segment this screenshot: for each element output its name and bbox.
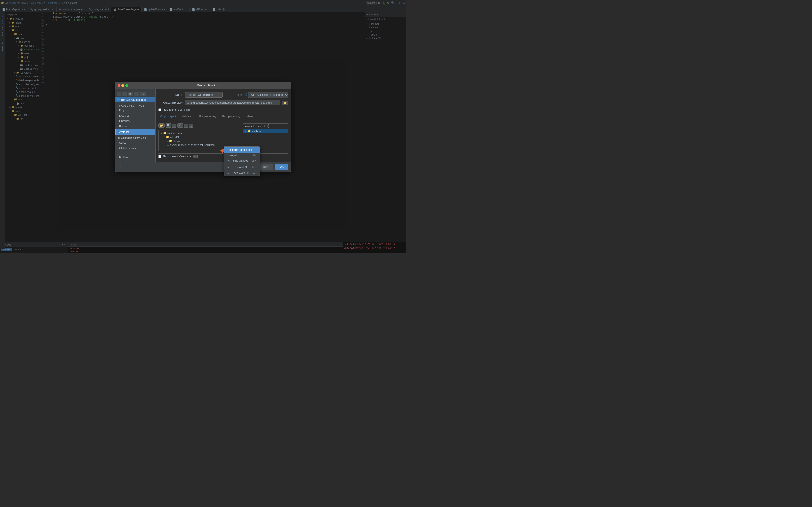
dialog-maximize-btn[interactable]: [125, 84, 128, 87]
help-icon[interactable]: ?: [267, 124, 270, 128]
dialog-nav-project[interactable]: Project: [115, 108, 155, 113]
navigate-label: Navigate: [227, 154, 238, 157]
dialog-nav-sdks[interactable]: SDKs: [115, 140, 155, 146]
output-root-label: <output root>: [167, 132, 182, 135]
name-label: Name:: [158, 93, 183, 97]
include-build-row: Include in project build: [158, 108, 289, 111]
context-find-usages[interactable]: 🔍 Find Usages ⌥F7: [224, 158, 260, 163]
output-layout-tabs: Output Layout Validation Pre-processing …: [158, 114, 289, 119]
artifact-add-btn[interactable]: 📁: [158, 123, 165, 128]
avail-item-ssmbuild[interactable]: ▶ 📁 ssmbuild: [243, 129, 288, 133]
find-usages-icon: 🔍: [227, 160, 230, 162]
classes-label: classes: [173, 139, 181, 143]
webinf-icon: 📁: [166, 135, 169, 138]
dialog-nav-add-btn[interactable]: +: [117, 92, 121, 96]
artifact-up-btn[interactable]: ↑: [184, 124, 188, 128]
dialog-footer: ? Cancel Apply OK: [115, 162, 291, 172]
avail-ssmbuild-label: ssmbuild: [252, 130, 261, 132]
output-tab-postprocessing[interactable]: Post-processing: [221, 114, 242, 119]
arrow-icon-3: ▶: [167, 140, 168, 142]
dialog-help-icon[interactable]: ?: [117, 164, 121, 167]
expand-all-icon: ⊞: [227, 166, 229, 169]
name-input[interactable]: [185, 92, 223, 98]
artifact-plus-btn[interactable]: +: [172, 124, 176, 128]
find-usages-shortcut: ⌥F7: [250, 159, 256, 162]
dialog-nav-modules[interactable]: Modules: [115, 113, 155, 118]
ok-button[interactable]: OK: [275, 164, 289, 170]
arrow-icon-2: ▼: [163, 136, 165, 138]
artifact-node-output-root[interactable]: ▼ 📁 <output root>: [159, 131, 240, 135]
dialog-section-platform-settings: Platform Settings: [115, 136, 155, 140]
type-select[interactable]: Web Application: Exploded: [248, 92, 289, 98]
dialog-overlay: Project Structure + − ⧉ ← → 🌐 ssmbuild:w…: [0, 0, 406, 253]
output-tab-validation[interactable]: Validation: [180, 114, 195, 119]
avail-folder-icon: 📁: [248, 129, 251, 132]
available-elements-label: Available Elements: [245, 125, 266, 127]
context-expand-all[interactable]: ⊞ Expand All ⌘+: [224, 165, 260, 170]
include-build-label: Include in project build: [163, 108, 190, 111]
dialog-nav-back-btn[interactable]: ←: [134, 92, 139, 96]
classes-icon: 📁: [169, 139, 172, 143]
include-build-checkbox[interactable]: [158, 108, 161, 111]
show-content-row: Show content of elements ···: [158, 154, 289, 159]
dialog-nav-facets[interactable]: Facets: [115, 124, 155, 129]
artifact-content-area: 📁 ☰ + ⚙ ↑ ↓ ▼ 📁 <output root>: [158, 123, 289, 151]
dialog-nav-toolbar: + − ⧉ ← →: [115, 91, 155, 97]
artifact-settings-btn[interactable]: ⚙: [177, 123, 183, 128]
project-structure-dialog: Project Structure + − ⧉ ← → 🌐 ssmbuild:w…: [115, 82, 291, 172]
artifact-toolbar: 📁 ☰ + ⚙ ↑ ↓: [158, 123, 241, 129]
output-dir-label: Output directory:: [158, 101, 183, 104]
dialog-nav-copy-btn[interactable]: ⧉: [128, 92, 133, 96]
collapse-all-label: Collapse All: [234, 171, 249, 174]
resource-icon: ⬡: [167, 143, 169, 146]
navigate-shortcut: ⌘↓: [252, 154, 256, 157]
show-content-checkbox[interactable]: [158, 155, 161, 158]
expand-all-shortcut: ⌘+: [252, 166, 256, 169]
output-dir-row: Output directory: 📁: [158, 100, 289, 106]
dialog-nav-problems[interactable]: Problems: [115, 155, 155, 160]
dialog-close-btn[interactable]: [117, 84, 120, 87]
type-label: Type:: [224, 93, 243, 97]
artifact-node-facet-resources[interactable]: ⬡ 'ssmbuild' module: 'Web' facet resourc…: [159, 143, 240, 147]
context-collapse-all[interactable]: ⊟ Collapse All ⌘-: [224, 170, 260, 175]
output-tab-maven[interactable]: Maven: [245, 114, 256, 119]
dialog-nav-remove-btn[interactable]: −: [122, 92, 126, 96]
type-select-container: 🌐 Web Application: Exploded: [245, 92, 289, 98]
dialog-section-project-settings: Project Settings: [115, 103, 155, 108]
show-content-label: Show content of elements: [163, 155, 192, 158]
context-put-into-output-root[interactable]: Put into Output Root: [224, 147, 260, 153]
dialog-artifact-item-selected[interactable]: 🌐 ssmbuild:war exploded: [115, 97, 155, 102]
artifact-node-classes[interactable]: ▶ 📁 classes: [159, 139, 240, 143]
artifact-node-webinf[interactable]: ▼ 📁 WEB-INF: [159, 135, 240, 139]
artifact-list-btn[interactable]: ☰: [166, 123, 171, 128]
avail-expand-icon: ▶: [245, 130, 247, 132]
context-navigate[interactable]: Navigate ⌘↓: [224, 153, 260, 158]
output-dir-input[interactable]: [185, 100, 280, 106]
available-elements-header: Available Elements ?: [243, 124, 288, 129]
dialog-titlebar: Project Structure: [115, 82, 291, 89]
collapse-all-icon: ⊟: [227, 172, 229, 174]
dialog-content: Name: Type: 🌐 Web Application: Exploded …: [156, 89, 291, 162]
webinf-label: WEB-INF: [170, 136, 180, 138]
show-content-dots-btn[interactable]: ···: [193, 155, 198, 158]
expand-all-label: Expand All: [235, 166, 248, 169]
dialog-nav: + − ⧉ ← → 🌐 ssmbuild:war exploded Projec…: [115, 89, 156, 162]
arrow-icon: ▼: [160, 132, 162, 134]
context-menu: Put into Output Root Navigate ⌘↓ 🔍 Find …: [223, 147, 260, 176]
artifact-down-btn[interactable]: ↓: [189, 124, 194, 128]
dialog-nav-artifacts[interactable]: Artifacts: [115, 129, 155, 135]
collapse-all-shortcut: ⌘-: [253, 171, 256, 174]
output-tab-preprocessing[interactable]: Pre-processing: [198, 114, 218, 119]
output-dir-browse-btn[interactable]: 📁: [282, 101, 289, 105]
dialog-title: Project Structure: [128, 84, 289, 87]
dialog-window-controls: [117, 84, 128, 87]
dialog-nav-forward-btn[interactable]: →: [140, 92, 146, 96]
output-tab-layout[interactable]: Output Layout: [158, 114, 177, 119]
dialog-nav-global-libraries[interactable]: Global Libraries: [115, 146, 155, 151]
put-into-output-root-label: Put into Output Root: [227, 148, 252, 152]
dialog-minimize-btn[interactable]: [121, 84, 124, 87]
find-usages-label: Find Usages: [233, 159, 248, 162]
name-type-row: Name: Type: 🌐 Web Application: Exploded: [158, 92, 289, 98]
dialog-nav-libraries[interactable]: Libraries: [115, 118, 155, 124]
dialog-body: + − ⧉ ← → 🌐 ssmbuild:war exploded Projec…: [115, 89, 291, 162]
